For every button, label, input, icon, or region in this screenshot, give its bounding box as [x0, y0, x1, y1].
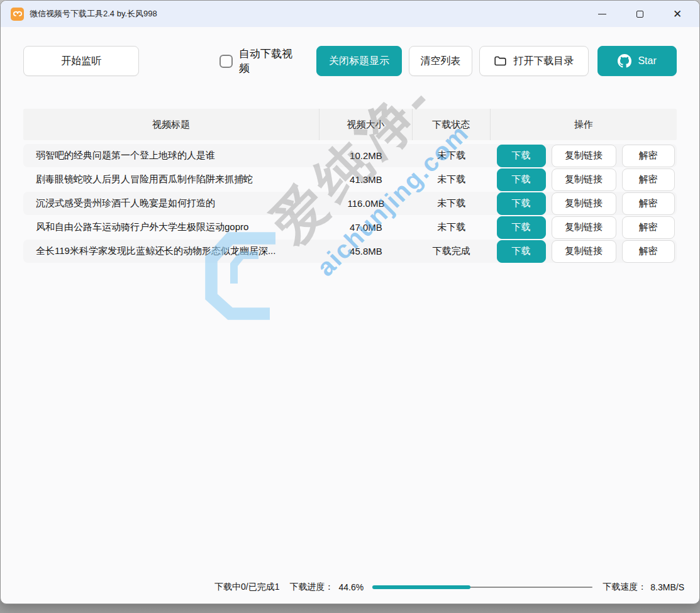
decrypt-button[interactable]: 解密	[622, 145, 675, 167]
video-size: 47.0MB	[319, 222, 413, 233]
table-row: 风和自由公路车运动骑行户外大学生极限运动gopro 47.0MB 未下载 下载 …	[23, 216, 677, 239]
auto-download-label: 自动下载视频	[239, 47, 303, 75]
minimize-button[interactable]	[590, 4, 614, 23]
app-window: 微信视频号下载工具2.4 by.长风998 ✕ 开始监听 自动下载视频 关闭标题…	[0, 0, 700, 604]
auto-download-toggle[interactable]: 自动下载视频	[219, 47, 303, 75]
close-title-display-button[interactable]: 关闭标题显示	[316, 46, 402, 76]
video-table: 视频标题 视频大小 下载状态 操作 弱智吧的经典问题第一个登上地球的人是谁 10…	[23, 109, 677, 263]
video-size: 10.2MB	[319, 150, 413, 161]
video-title: 剧毒眼镜蛇咬人后男人冒险用西瓜制作陷阱来抓捕蛇	[23, 174, 319, 185]
close-icon: ✕	[673, 9, 682, 19]
download-status: 未下载	[413, 221, 491, 233]
progress-fill	[372, 585, 470, 589]
header-download-status: 下载状态	[413, 109, 491, 140]
video-size: 116.0MB	[319, 198, 413, 209]
header-video-title: 视频标题	[23, 109, 319, 140]
open-download-dir-label: 打开下载目录	[513, 55, 574, 68]
star-button[interactable]: Star	[597, 46, 677, 76]
speed-value: 8.3MB/S	[650, 582, 684, 592]
download-status: 未下载	[413, 150, 491, 162]
wechat-channels-icon	[13, 10, 22, 18]
video-size: 45.8MB	[319, 246, 413, 257]
open-download-dir-button[interactable]: 打开下载目录	[479, 46, 589, 76]
minimize-icon	[598, 14, 606, 14]
table-row: 弱智吧的经典问题第一个登上地球的人是谁 10.2MB 未下载 下载 复制链接 解…	[23, 144, 677, 167]
download-button[interactable]: 下载	[497, 168, 546, 191]
table-row: 剧毒眼镜蛇咬人后男人冒险用西瓜制作陷阱来抓捕蛇 41.3MB 未下载 下载 复制…	[23, 168, 677, 191]
copy-link-button[interactable]: 复制链接	[552, 216, 616, 239]
folder-icon	[494, 55, 507, 67]
download-status: 下载完成	[413, 245, 491, 257]
start-listen-button[interactable]: 开始监听	[23, 46, 139, 76]
star-label: Star	[638, 55, 656, 67]
header-video-size: 视频大小	[319, 109, 413, 140]
maximize-button[interactable]	[628, 4, 652, 23]
video-title: 沉浸式感受贵州珍酒千人晚宴是如何打造的	[23, 197, 319, 209]
auto-download-checkbox[interactable]	[219, 55, 233, 68]
decrypt-button[interactable]: 解密	[622, 240, 675, 263]
progress-label: 下载进度：	[289, 582, 333, 593]
progress-bar	[372, 585, 592, 590]
progress-value: 44.6%	[338, 582, 364, 592]
table-row: 全长119米科学家发现比蓝鲸还长的动物形态似龙幽居深... 45.8MB 下载完…	[23, 240, 677, 263]
window-title: 微信视频号下载工具2.4 by.长风998	[30, 8, 590, 19]
close-button[interactable]: ✕	[665, 4, 689, 23]
speed-label: 下载速度：	[603, 582, 647, 593]
clear-list-button[interactable]: 清空列表	[409, 46, 472, 76]
download-counts: 下载中0/已完成1	[214, 582, 279, 593]
download-button[interactable]: 下载	[497, 145, 546, 167]
download-status: 未下载	[413, 197, 491, 209]
copy-link-button[interactable]: 复制链接	[552, 240, 616, 263]
decrypt-button[interactable]: 解密	[622, 192, 675, 215]
decrypt-button[interactable]: 解密	[622, 216, 675, 239]
header-operations: 操作	[491, 109, 677, 140]
decrypt-button[interactable]: 解密	[622, 168, 675, 191]
copy-link-button[interactable]: 复制链接	[552, 145, 616, 167]
copy-link-button[interactable]: 复制链接	[552, 168, 616, 191]
copy-link-button[interactable]: 复制链接	[552, 192, 616, 215]
download-status: 未下载	[413, 174, 491, 185]
video-size: 41.3MB	[319, 174, 413, 185]
table-body: 弱智吧的经典问题第一个登上地球的人是谁 10.2MB 未下载 下载 复制链接 解…	[23, 144, 677, 263]
video-title: 弱智吧的经典问题第一个登上地球的人是谁	[23, 150, 319, 162]
table-row: 沉浸式感受贵州珍酒千人晚宴是如何打造的 116.0MB 未下载 下载 复制链接 …	[23, 192, 677, 215]
download-button[interactable]: 下载	[497, 240, 546, 263]
table-header: 视频标题 视频大小 下载状态 操作	[23, 109, 677, 140]
download-button[interactable]: 下载	[497, 216, 546, 239]
toolbar: 开始监听 自动下载视频 关闭标题显示 清空列表 打开下载目录 Star	[1, 46, 699, 76]
statusbar: 下载中0/已完成1 下载进度： 44.6% 下载速度： 8.3MB/S	[1, 576, 699, 604]
maximize-icon	[636, 11, 643, 18]
app-icon	[11, 8, 24, 21]
github-icon	[618, 54, 631, 68]
video-title: 风和自由公路车运动骑行户外大学生极限运动gopro	[23, 221, 319, 233]
video-title: 全长119米科学家发现比蓝鲸还长的动物形态似龙幽居深...	[23, 245, 319, 257]
download-button[interactable]: 下载	[497, 192, 546, 215]
titlebar: 微信视频号下载工具2.4 by.长风998 ✕	[1, 1, 699, 27]
